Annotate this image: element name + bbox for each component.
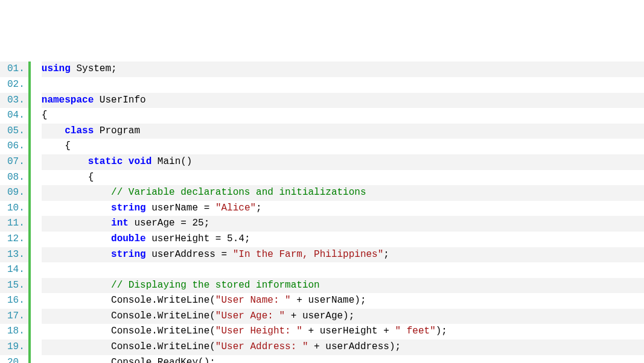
line-number-gutter: 01.02.03.04.05.06.07.08.09.10.11.12.13.1…: [0, 62, 28, 363]
code-line: Console.WriteLine("User Height: " + user…: [42, 324, 644, 339]
code-line: int userAge = 25;: [42, 216, 644, 232]
code-line: double userHeight = 5.4;: [42, 232, 644, 247]
code-line: class Program: [42, 124, 644, 139]
line-number: 02.: [0, 77, 28, 93]
line-number: 15.: [0, 278, 28, 294]
code-line: [42, 77, 644, 93]
line-number: 07.: [0, 154, 28, 170]
line-number: 06.: [0, 139, 28, 154]
line-number: 01.: [0, 62, 28, 77]
line-number: 19.: [0, 339, 28, 355]
line-number: 04.: [0, 108, 28, 124]
code-line: {: [42, 108, 644, 124]
line-number: 13.: [0, 247, 28, 263]
code-line: string userName = "Alice";: [42, 201, 644, 216]
line-number: 18.: [0, 324, 28, 339]
code-line: Console.ReadKey();: [42, 355, 644, 363]
code-line: // Variable declarations and initializat…: [42, 185, 644, 201]
line-number: 17.: [0, 309, 28, 324]
code-line: Console.WriteLine("User Age: " + userAge…: [42, 309, 644, 324]
code-line: string userAddress = "In the Farm, Phili…: [42, 247, 644, 263]
code-line: {: [42, 139, 644, 154]
line-number: 10.: [0, 201, 28, 216]
code-line: Console.WriteLine("User Name: " + userNa…: [42, 293, 644, 309]
line-number: 09.: [0, 185, 28, 201]
line-number: 03.: [0, 93, 28, 109]
code-line: using System;: [42, 62, 644, 77]
line-number: 16.: [0, 293, 28, 309]
code-content: using System; namespace UserInfo{ class …: [31, 62, 644, 363]
code-line: [42, 262, 644, 278]
code-editor-view: 01.02.03.04.05.06.07.08.09.10.11.12.13.1…: [0, 62, 644, 363]
line-number: 08.: [0, 170, 28, 186]
code-line: // Displaying the stored information: [42, 278, 644, 294]
line-number: 14.: [0, 262, 28, 278]
code-line: static void Main(): [42, 154, 644, 170]
code-line: {: [42, 170, 644, 186]
line-number: 12.: [0, 232, 28, 247]
line-number: 05.: [0, 124, 28, 139]
line-number: 11.: [0, 216, 28, 232]
code-line: namespace UserInfo: [42, 93, 644, 109]
line-number: 20.: [0, 355, 28, 363]
code-line: Console.WriteLine("User Address: " + use…: [42, 339, 644, 355]
